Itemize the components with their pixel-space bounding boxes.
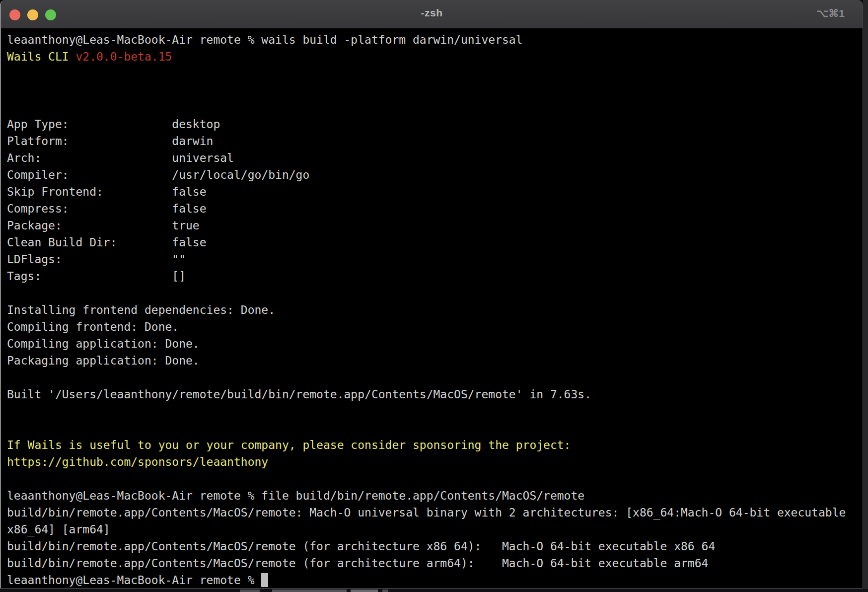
terminal-output[interactable]: leaanthony@Leas-MacBook-Air remote % wai… [1, 28, 863, 589]
desktop-background-bottom [0, 589, 868, 592]
terminal-line: Compiler: /usr/local/go/bin/go [7, 166, 863, 183]
terminal-line: If Wails is useful to you or your compan… [7, 437, 863, 453]
terminal-line [7, 65, 863, 82]
terminal-line: Built '/Users/leaanthony/remote/build/bi… [7, 386, 863, 403]
terminal-line [7, 420, 863, 437]
titlebar[interactable]: -zsh ⌥⌘1 [1, 0, 863, 28]
terminal-line: App Type: desktop [7, 116, 863, 133]
terminal-line [7, 99, 863, 116]
window-title: -zsh [1, 7, 863, 19]
terminal-line: leaanthony@Leas-MacBook-Air remote % [7, 572, 863, 589]
terminal-line [7, 470, 863, 487]
terminal-line: Compiling frontend: Done. [7, 318, 863, 335]
terminal-line: https://github.com/sponsors/leaanthony [7, 453, 863, 470]
terminal-line: Compress: false [7, 200, 863, 217]
terminal-line: Installing frontend dependencies: Done. [7, 301, 863, 318]
terminal-line: leaanthony@Leas-MacBook-Air remote % wai… [7, 31, 863, 48]
terminal-line: Compiling application: Done. [7, 335, 863, 352]
terminal-line: Tags: [] [7, 268, 863, 285]
terminal-line: leaanthony@Leas-MacBook-Air remote % fil… [7, 487, 863, 504]
terminal-line [7, 285, 863, 301]
terminal-line: build/bin/remote.app/Contents/MacOS/remo… [7, 538, 863, 555]
terminal-window: -zsh ⌥⌘1 leaanthony@Leas-MacBook-Air rem… [0, 0, 863, 589]
terminal-line: Arch: universal [7, 149, 863, 166]
terminal-line: x86_64] [arm64] [7, 521, 863, 538]
terminal-line [7, 82, 863, 99]
terminal-line: LDFlags: "" [7, 251, 863, 268]
background-window-fragment [272, 590, 347, 592]
background-window-fragment [240, 590, 260, 592]
terminal-line: Package: true [7, 217, 863, 234]
window-shortcut-badge: ⌥⌘1 [816, 7, 845, 19]
terminal-line: Platform: darwin [7, 133, 863, 149]
terminal-line: Packaging application: Done. [7, 352, 863, 369]
terminal-line [7, 403, 863, 420]
background-window-fragment [351, 590, 378, 592]
text-cursor [261, 573, 268, 587]
terminal-line: build/bin/remote.app/Contents/MacOS/remo… [7, 504, 863, 521]
terminal-line: Clean Build Dir: false [7, 234, 863, 251]
terminal-line [7, 369, 863, 386]
terminal-line: Skip Frontend: false [7, 183, 863, 200]
terminal-line: Wails CLI v2.0.0-beta.15 [7, 48, 863, 65]
desktop-background-right [863, 0, 868, 592]
background-window-fragment [382, 590, 388, 592]
terminal-line: build/bin/remote.app/Contents/MacOS/remo… [7, 555, 863, 572]
